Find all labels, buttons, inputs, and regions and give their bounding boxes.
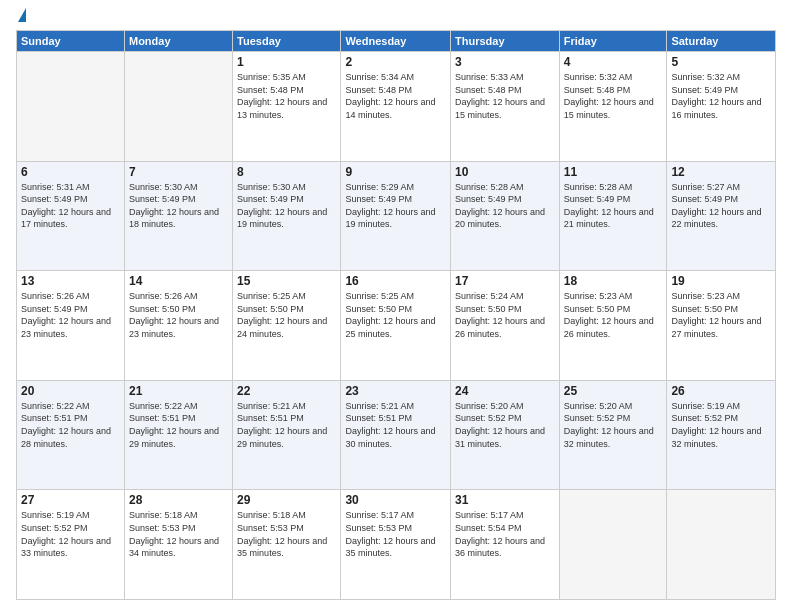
calendar-cell-w4-d0: 27Sunrise: 5:19 AMSunset: 5:52 PMDayligh… (17, 490, 125, 600)
day-number: 27 (21, 493, 120, 507)
day-number: 31 (455, 493, 555, 507)
calendar-cell-w0-d1 (124, 52, 232, 162)
calendar-cell-w3-d6: 26Sunrise: 5:19 AMSunset: 5:52 PMDayligh… (667, 380, 776, 490)
logo (16, 12, 26, 22)
day-info: Sunrise: 5:30 AMSunset: 5:49 PMDaylight:… (129, 181, 228, 231)
day-number: 26 (671, 384, 771, 398)
day-number: 13 (21, 274, 120, 288)
day-info: Sunrise: 5:23 AMSunset: 5:50 PMDaylight:… (671, 290, 771, 340)
logo-triangle-icon (18, 8, 26, 22)
col-header-monday: Monday (124, 31, 232, 52)
day-number: 9 (345, 165, 446, 179)
day-info: Sunrise: 5:26 AMSunset: 5:50 PMDaylight:… (129, 290, 228, 340)
day-number: 20 (21, 384, 120, 398)
day-info: Sunrise: 5:19 AMSunset: 5:52 PMDaylight:… (21, 509, 120, 559)
day-number: 3 (455, 55, 555, 69)
day-info: Sunrise: 5:22 AMSunset: 5:51 PMDaylight:… (21, 400, 120, 450)
day-number: 14 (129, 274, 228, 288)
col-header-tuesday: Tuesday (233, 31, 341, 52)
day-number: 8 (237, 165, 336, 179)
calendar-cell-w0-d5: 4Sunrise: 5:32 AMSunset: 5:48 PMDaylight… (559, 52, 667, 162)
calendar-cell-w0-d3: 2Sunrise: 5:34 AMSunset: 5:48 PMDaylight… (341, 52, 451, 162)
calendar-table: SundayMondayTuesdayWednesdayThursdayFrid… (16, 30, 776, 600)
calendar-cell-w2-d6: 19Sunrise: 5:23 AMSunset: 5:50 PMDayligh… (667, 271, 776, 381)
day-info: Sunrise: 5:21 AMSunset: 5:51 PMDaylight:… (345, 400, 446, 450)
day-number: 30 (345, 493, 446, 507)
day-info: Sunrise: 5:23 AMSunset: 5:50 PMDaylight:… (564, 290, 663, 340)
day-number: 16 (345, 274, 446, 288)
header (16, 12, 776, 22)
day-info: Sunrise: 5:25 AMSunset: 5:50 PMDaylight:… (345, 290, 446, 340)
calendar-cell-w0-d2: 1Sunrise: 5:35 AMSunset: 5:48 PMDaylight… (233, 52, 341, 162)
calendar-cell-w0-d4: 3Sunrise: 5:33 AMSunset: 5:48 PMDaylight… (451, 52, 560, 162)
calendar-cell-w2-d0: 13Sunrise: 5:26 AMSunset: 5:49 PMDayligh… (17, 271, 125, 381)
day-info: Sunrise: 5:34 AMSunset: 5:48 PMDaylight:… (345, 71, 446, 121)
calendar-cell-w3-d2: 22Sunrise: 5:21 AMSunset: 5:51 PMDayligh… (233, 380, 341, 490)
calendar-cell-w3-d4: 24Sunrise: 5:20 AMSunset: 5:52 PMDayligh… (451, 380, 560, 490)
day-info: Sunrise: 5:33 AMSunset: 5:48 PMDaylight:… (455, 71, 555, 121)
day-info: Sunrise: 5:29 AMSunset: 5:49 PMDaylight:… (345, 181, 446, 231)
day-number: 19 (671, 274, 771, 288)
day-number: 22 (237, 384, 336, 398)
calendar-cell-w4-d3: 30Sunrise: 5:17 AMSunset: 5:53 PMDayligh… (341, 490, 451, 600)
day-number: 15 (237, 274, 336, 288)
day-info: Sunrise: 5:18 AMSunset: 5:53 PMDaylight:… (129, 509, 228, 559)
day-number: 25 (564, 384, 663, 398)
col-header-thursday: Thursday (451, 31, 560, 52)
day-number: 18 (564, 274, 663, 288)
day-info: Sunrise: 5:24 AMSunset: 5:50 PMDaylight:… (455, 290, 555, 340)
day-info: Sunrise: 5:17 AMSunset: 5:54 PMDaylight:… (455, 509, 555, 559)
calendar-cell-w3-d1: 21Sunrise: 5:22 AMSunset: 5:51 PMDayligh… (124, 380, 232, 490)
calendar-cell-w1-d6: 12Sunrise: 5:27 AMSunset: 5:49 PMDayligh… (667, 161, 776, 271)
day-number: 4 (564, 55, 663, 69)
day-number: 7 (129, 165, 228, 179)
day-info: Sunrise: 5:22 AMSunset: 5:51 PMDaylight:… (129, 400, 228, 450)
calendar-cell-w2-d2: 15Sunrise: 5:25 AMSunset: 5:50 PMDayligh… (233, 271, 341, 381)
calendar-cell-w1-d2: 8Sunrise: 5:30 AMSunset: 5:49 PMDaylight… (233, 161, 341, 271)
day-info: Sunrise: 5:25 AMSunset: 5:50 PMDaylight:… (237, 290, 336, 340)
day-number: 5 (671, 55, 771, 69)
calendar-cell-w2-d1: 14Sunrise: 5:26 AMSunset: 5:50 PMDayligh… (124, 271, 232, 381)
calendar-cell-w2-d5: 18Sunrise: 5:23 AMSunset: 5:50 PMDayligh… (559, 271, 667, 381)
day-number: 11 (564, 165, 663, 179)
calendar-cell-w1-d5: 11Sunrise: 5:28 AMSunset: 5:49 PMDayligh… (559, 161, 667, 271)
day-number: 10 (455, 165, 555, 179)
calendar-cell-w2-d4: 17Sunrise: 5:24 AMSunset: 5:50 PMDayligh… (451, 271, 560, 381)
day-number: 28 (129, 493, 228, 507)
calendar-cell-w4-d1: 28Sunrise: 5:18 AMSunset: 5:53 PMDayligh… (124, 490, 232, 600)
day-info: Sunrise: 5:21 AMSunset: 5:51 PMDaylight:… (237, 400, 336, 450)
day-number: 12 (671, 165, 771, 179)
day-number: 29 (237, 493, 336, 507)
calendar-cell-w1-d4: 10Sunrise: 5:28 AMSunset: 5:49 PMDayligh… (451, 161, 560, 271)
page: SundayMondayTuesdayWednesdayThursdayFrid… (0, 0, 792, 612)
day-info: Sunrise: 5:26 AMSunset: 5:49 PMDaylight:… (21, 290, 120, 340)
day-info: Sunrise: 5:18 AMSunset: 5:53 PMDaylight:… (237, 509, 336, 559)
calendar-cell-w0-d0 (17, 52, 125, 162)
day-number: 24 (455, 384, 555, 398)
calendar-cell-w1-d1: 7Sunrise: 5:30 AMSunset: 5:49 PMDaylight… (124, 161, 232, 271)
day-info: Sunrise: 5:27 AMSunset: 5:49 PMDaylight:… (671, 181, 771, 231)
day-number: 2 (345, 55, 446, 69)
calendar-cell-w4-d2: 29Sunrise: 5:18 AMSunset: 5:53 PMDayligh… (233, 490, 341, 600)
calendar-cell-w4-d5 (559, 490, 667, 600)
day-info: Sunrise: 5:35 AMSunset: 5:48 PMDaylight:… (237, 71, 336, 121)
day-info: Sunrise: 5:28 AMSunset: 5:49 PMDaylight:… (564, 181, 663, 231)
day-info: Sunrise: 5:20 AMSunset: 5:52 PMDaylight:… (564, 400, 663, 450)
calendar-cell-w2-d3: 16Sunrise: 5:25 AMSunset: 5:50 PMDayligh… (341, 271, 451, 381)
col-header-sunday: Sunday (17, 31, 125, 52)
col-header-friday: Friday (559, 31, 667, 52)
calendar-cell-w4-d4: 31Sunrise: 5:17 AMSunset: 5:54 PMDayligh… (451, 490, 560, 600)
day-number: 1 (237, 55, 336, 69)
day-info: Sunrise: 5:19 AMSunset: 5:52 PMDaylight:… (671, 400, 771, 450)
day-number: 23 (345, 384, 446, 398)
day-info: Sunrise: 5:32 AMSunset: 5:49 PMDaylight:… (671, 71, 771, 121)
col-header-saturday: Saturday (667, 31, 776, 52)
day-number: 17 (455, 274, 555, 288)
day-info: Sunrise: 5:31 AMSunset: 5:49 PMDaylight:… (21, 181, 120, 231)
col-header-wednesday: Wednesday (341, 31, 451, 52)
calendar-cell-w1-d0: 6Sunrise: 5:31 AMSunset: 5:49 PMDaylight… (17, 161, 125, 271)
calendar-cell-w4-d6 (667, 490, 776, 600)
calendar-cell-w3-d3: 23Sunrise: 5:21 AMSunset: 5:51 PMDayligh… (341, 380, 451, 490)
calendar-cell-w3-d5: 25Sunrise: 5:20 AMSunset: 5:52 PMDayligh… (559, 380, 667, 490)
day-info: Sunrise: 5:20 AMSunset: 5:52 PMDaylight:… (455, 400, 555, 450)
